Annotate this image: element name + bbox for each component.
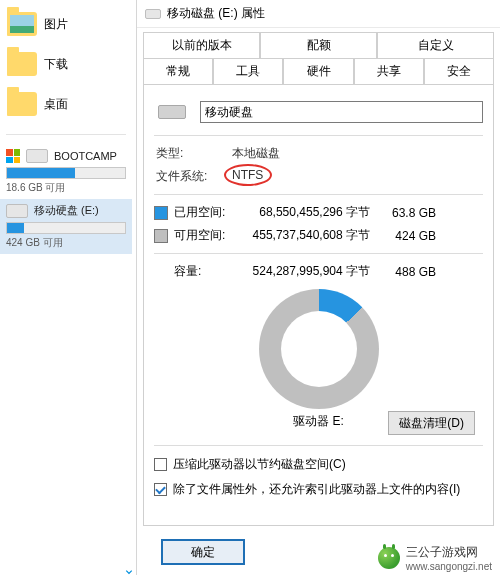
sidebar-item-desktop[interactable]: 桌面	[0, 84, 132, 124]
dialog-title: 移动磁盘 (E:) 属性	[167, 5, 265, 22]
windows-logo-icon	[6, 149, 20, 163]
drive-icon	[26, 149, 48, 163]
free-bytes: 455,737,540,608 字节	[240, 227, 370, 244]
capacity-gb: 488 GB	[376, 265, 436, 279]
folder-downloads-icon	[6, 48, 38, 80]
watermark-logo-icon	[378, 547, 400, 569]
compress-label: 压缩此驱动器以节约磁盘空间(C)	[173, 456, 346, 473]
ok-button[interactable]: 确定	[161, 539, 245, 565]
tab-sharing[interactable]: 共享	[354, 58, 424, 85]
free-gb: 424 GB	[376, 229, 436, 243]
used-gb: 63.8 GB	[376, 206, 436, 220]
watermark-text: 三公子游戏网	[406, 544, 492, 561]
used-swatch-icon	[154, 206, 168, 220]
tab-quota[interactable]: 配额	[260, 32, 377, 58]
sidebar-item-label: 桌面	[44, 96, 68, 113]
drive-label: 移动硬盘 (E:)	[34, 203, 126, 218]
capacity-bytes: 524,287,995,904 字节	[240, 263, 370, 280]
used-bytes: 68,550,455,296 字节	[240, 204, 370, 221]
folder-pictures-icon	[6, 8, 38, 40]
drive-item-bootcamp[interactable]: BOOTCAMP 18.6 GB 可用	[0, 145, 132, 199]
separator	[6, 134, 126, 135]
tab-general[interactable]: 常规	[143, 58, 213, 85]
drive-label: BOOTCAMP	[54, 150, 126, 162]
tab-hardware[interactable]: 硬件	[283, 58, 353, 85]
drive-item-removable[interactable]: 移动硬盘 (E:) 424 GB 可用	[0, 199, 132, 254]
dialog-titlebar: 移动磁盘 (E:) 属性	[137, 0, 500, 28]
tab-previous-versions[interactable]: 以前的版本	[143, 32, 260, 58]
properties-dialog: 移动磁盘 (E:) 属性 以前的版本 配额 自定义 常规 工具 硬件 共享 安全	[136, 0, 500, 575]
watermark: 三公子游戏网 www.sangongzi.net	[370, 541, 500, 575]
dialog-button-row: 确定	[161, 539, 245, 565]
tab-tools[interactable]: 工具	[213, 58, 283, 85]
index-label: 除了文件属性外，还允许索引此驱动器上文件的内容(I)	[173, 481, 460, 498]
watermark-url: www.sangongzi.net	[406, 561, 492, 572]
drive-icon	[145, 9, 161, 19]
drive-icon	[158, 105, 186, 119]
filesystem-label: 文件系统:	[156, 168, 214, 185]
filesystem-value: NTFS	[232, 168, 263, 185]
index-checkbox[interactable]	[154, 483, 167, 496]
sidebar-item-label: 下载	[44, 56, 68, 73]
free-swatch-icon	[154, 229, 168, 243]
used-label: 已用空间:	[174, 204, 234, 221]
tab-list: 以前的版本 配额 自定义 常规 工具 硬件 共享 安全	[143, 32, 494, 85]
drive-name-input[interactable]	[200, 101, 483, 123]
drive-subtext: 18.6 GB 可用	[6, 181, 126, 195]
sidebar-item-downloads[interactable]: 下载	[0, 44, 132, 84]
capacity-bar	[6, 222, 126, 234]
compress-checkbox[interactable]	[154, 458, 167, 471]
disk-cleanup-button[interactable]: 磁盘清理(D)	[388, 411, 475, 435]
tab-security[interactable]: 安全	[424, 58, 494, 85]
tab-customize[interactable]: 自定义	[377, 32, 494, 58]
drive-icon	[6, 204, 28, 218]
sidebar-item-pictures[interactable]: 图片	[0, 4, 132, 44]
capacity-label: 容量:	[174, 263, 234, 280]
free-label: 可用空间:	[174, 227, 234, 244]
capacity-bar	[6, 167, 126, 179]
drive-subtext: 424 GB 可用	[6, 236, 126, 250]
folder-desktop-icon	[6, 88, 38, 120]
sidebar-item-label: 图片	[44, 16, 68, 33]
usage-donut-chart	[259, 289, 379, 409]
download-arrow-icon	[122, 565, 136, 575]
type-value: 本地磁盘	[232, 145, 280, 162]
tab-panel-general: 类型:本地磁盘 文件系统:NTFS 已用空间: 68,550,455,296 字…	[143, 84, 494, 526]
type-label: 类型:	[156, 145, 214, 162]
explorer-sidebar: 图片 下载 桌面 BOOTCAMP 18.6 GB 可用 移动硬盘 (E:) 4…	[0, 0, 132, 575]
